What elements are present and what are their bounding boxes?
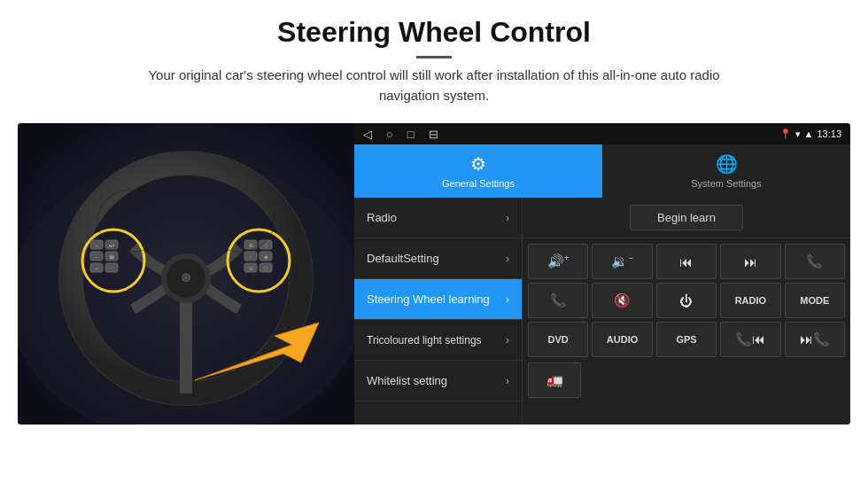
status-icons: 📍 ▾ ▲ 13:13 (779, 129, 841, 140)
page-title: Steering Wheel Control (35, 16, 833, 49)
truck-icon-button[interactable]: 🚛 (528, 362, 581, 398)
gps-ctrl-label: GPS (676, 334, 696, 345)
svg-text:◇: ◇ (264, 243, 268, 248)
page-subtitle: Your original car's steering wheel contr… (124, 66, 744, 105)
svg-text:↩: ↩ (95, 266, 98, 271)
phone-button[interactable]: 📞 (785, 244, 845, 279)
svg-text:⊕: ⊕ (249, 243, 253, 248)
phone-prev-icon: 📞⏮ (735, 331, 765, 347)
audio-ctrl-button[interactable]: AUDIO (592, 322, 652, 357)
page-header: Steering Wheel Control Your original car… (0, 0, 868, 114)
wifi-icon: ▲ (804, 129, 814, 139)
location-icon: 📍 (779, 129, 792, 140)
menu-item-tricolour[interactable]: Tricoloured light settings › (354, 320, 522, 361)
tab-general-label: General Settings (442, 178, 515, 189)
back-icon[interactable]: ◁ (363, 128, 372, 141)
tab-system-label: System Settings (691, 178, 761, 189)
dvd-ctrl-button[interactable]: DVD (528, 322, 588, 357)
menu-item-radio[interactable]: Radio › (354, 198, 522, 238)
hang-up-icon: 📞 (550, 292, 567, 308)
recents-icon[interactable]: □ (407, 128, 415, 141)
next-track-icon: ⏭ (744, 254, 757, 269)
mode-ctrl-button[interactable]: MODE (785, 283, 845, 318)
svg-text:+: + (95, 243, 98, 248)
radio-label: Radio (367, 211, 397, 224)
menu-item-whitelist[interactable]: Whitelist setting › (354, 361, 522, 401)
phone-icon: 📞 (806, 253, 823, 269)
svg-text:⊛: ⊛ (181, 270, 191, 284)
nav-icons: ◁ ○ □ ⊟ (363, 128, 438, 141)
phone-next-button[interactable]: ⏭📞 (785, 322, 845, 357)
tricolour-label: Tricoloured light settings (367, 334, 482, 347)
whitelist-chevron: › (506, 375, 509, 387)
prev-track-button[interactable]: ⏮ (656, 244, 717, 279)
phone-prev-button[interactable]: 📞⏮ (720, 322, 780, 357)
next-track-button[interactable]: ⏭ (720, 244, 780, 279)
signal-icon: ▾ (795, 129, 801, 140)
status-bar: ◁ ○ □ ⊟ 📍 ▾ ▲ 13:13 (354, 123, 850, 144)
steering-wheel-area: ⊛ + ⏮ − ☎ ↩ ⊕ ◇ (18, 123, 354, 425)
svg-text:⊝: ⊝ (249, 266, 253, 271)
truck-icon: 🚛 (546, 372, 563, 388)
radio-chevron: › (506, 212, 509, 224)
tab-general[interactable]: ⚙ General Settings (354, 144, 602, 198)
steering-chevron: › (506, 293, 509, 306)
vol-up-button[interactable]: 🔊+ (528, 244, 588, 279)
control-button-grid: 🔊+ 🔉− ⏮ ⏭ 📞 📞 (523, 238, 850, 362)
tab-bar: ⚙ General Settings 🌐 System Settings (354, 144, 850, 198)
settings-list: Radio › DefaultSetting › Steering Wheel … (354, 198, 850, 425)
gps-ctrl-button[interactable]: GPS (656, 322, 717, 357)
radio-ctrl-label: RADIO (735, 295, 766, 306)
svg-text:☎: ☎ (109, 254, 114, 260)
general-settings-icon: ⚙ (470, 153, 486, 175)
title-divider (416, 56, 452, 58)
svg-rect-13 (105, 263, 118, 272)
tricolour-chevron: › (506, 334, 509, 347)
menu-column: Radio › DefaultSetting › Steering Wheel … (354, 198, 523, 425)
prev-track-icon: ⏮ (679, 254, 693, 269)
whitelist-label: Whitelist setting (367, 374, 447, 387)
phone-next-icon: ⏭📞 (800, 331, 830, 347)
svg-text:○: ○ (249, 254, 252, 260)
vol-down-button[interactable]: 🔉− (592, 244, 652, 279)
begin-learn-button[interactable]: Begin learn (630, 205, 743, 230)
clock: 13:13 (817, 129, 841, 139)
mode-ctrl-label: MODE (800, 295, 829, 306)
mute-icon: 🔇 (614, 292, 631, 308)
dvd-ctrl-label: DVD (548, 334, 569, 345)
radio-ctrl-button[interactable]: RADIO (720, 283, 780, 318)
vol-up-icon: 🔊+ (547, 253, 569, 269)
svg-text:−: − (95, 254, 98, 260)
power-button[interactable]: ⏻ (656, 283, 717, 318)
power-icon: ⏻ (679, 293, 693, 308)
default-label: DefaultSetting (367, 252, 439, 265)
default-chevron: › (506, 253, 509, 265)
system-settings-icon: 🌐 (716, 153, 738, 175)
menu-icon[interactable]: ⊟ (429, 128, 438, 141)
begin-learn-row: Begin learn (523, 198, 850, 238)
right-panel: Begin learn 🔊+ 🔉− ⏮ ⏭ (523, 198, 850, 425)
main-content: ⊛ + ⏮ − ☎ ↩ ⊕ ◇ (0, 114, 868, 433)
vol-down-icon: 🔉− (611, 253, 632, 269)
menu-item-default[interactable]: DefaultSetting › (354, 238, 522, 279)
steering-wheel-image: ⊛ + ⏮ − ☎ ↩ ⊕ ◇ (18, 123, 354, 425)
svg-text:◇: ◇ (264, 266, 268, 271)
home-icon[interactable]: ○ (386, 128, 393, 141)
bottom-icon-row: 🚛 (523, 362, 850, 398)
steering-label: Steering Wheel learning (367, 292, 490, 306)
audio-ctrl-label: AUDIO (607, 334, 638, 345)
android-ui: ◁ ○ □ ⊟ 📍 ▾ ▲ 13:13 ⚙ General Settings 🌐… (354, 123, 850, 425)
hang-up-button[interactable]: 📞 (528, 283, 588, 318)
svg-text:◈: ◈ (264, 254, 268, 260)
tab-system[interactable]: 🌐 System Settings (602, 144, 850, 198)
mute-button[interactable]: 🔇 (592, 283, 652, 318)
menu-item-steering[interactable]: Steering Wheel learning › (354, 279, 522, 320)
